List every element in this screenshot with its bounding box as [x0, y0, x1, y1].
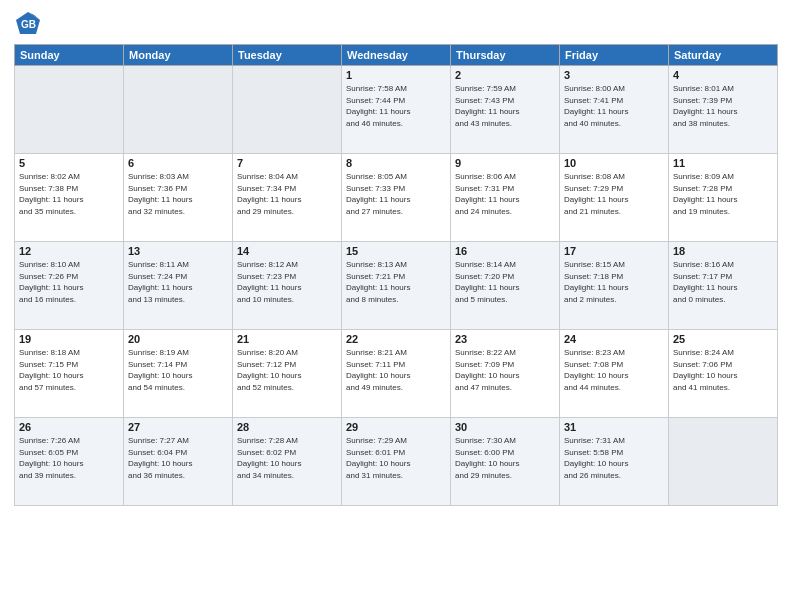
- weekday-header-monday: Monday: [124, 45, 233, 66]
- calendar-cell: 11Sunrise: 8:09 AM Sunset: 7:28 PM Dayli…: [669, 154, 778, 242]
- cell-info: Sunrise: 8:14 AM Sunset: 7:20 PM Dayligh…: [455, 259, 555, 305]
- calendar-cell: 7Sunrise: 8:04 AM Sunset: 7:34 PM Daylig…: [233, 154, 342, 242]
- day-number: 21: [237, 333, 337, 345]
- calendar-week-row: 26Sunrise: 7:26 AM Sunset: 6:05 PM Dayli…: [15, 418, 778, 506]
- day-number: 30: [455, 421, 555, 433]
- calendar-cell: [233, 66, 342, 154]
- logo: GB: [14, 10, 46, 38]
- calendar-cell: 21Sunrise: 8:20 AM Sunset: 7:12 PM Dayli…: [233, 330, 342, 418]
- cell-info: Sunrise: 8:02 AM Sunset: 7:38 PM Dayligh…: [19, 171, 119, 217]
- calendar-cell: 10Sunrise: 8:08 AM Sunset: 7:29 PM Dayli…: [560, 154, 669, 242]
- cell-info: Sunrise: 8:01 AM Sunset: 7:39 PM Dayligh…: [673, 83, 773, 129]
- cell-info: Sunrise: 7:28 AM Sunset: 6:02 PM Dayligh…: [237, 435, 337, 481]
- calendar-cell: 30Sunrise: 7:30 AM Sunset: 6:00 PM Dayli…: [451, 418, 560, 506]
- day-number: 29: [346, 421, 446, 433]
- weekday-header-sunday: Sunday: [15, 45, 124, 66]
- day-number: 2: [455, 69, 555, 81]
- calendar-cell: [669, 418, 778, 506]
- cell-info: Sunrise: 8:16 AM Sunset: 7:17 PM Dayligh…: [673, 259, 773, 305]
- cell-info: Sunrise: 7:29 AM Sunset: 6:01 PM Dayligh…: [346, 435, 446, 481]
- weekday-header-tuesday: Tuesday: [233, 45, 342, 66]
- cell-info: Sunrise: 7:59 AM Sunset: 7:43 PM Dayligh…: [455, 83, 555, 129]
- day-number: 10: [564, 157, 664, 169]
- calendar-cell: 17Sunrise: 8:15 AM Sunset: 7:18 PM Dayli…: [560, 242, 669, 330]
- svg-text:GB: GB: [21, 19, 36, 30]
- day-number: 17: [564, 245, 664, 257]
- calendar-cell: 23Sunrise: 8:22 AM Sunset: 7:09 PM Dayli…: [451, 330, 560, 418]
- cell-info: Sunrise: 8:22 AM Sunset: 7:09 PM Dayligh…: [455, 347, 555, 393]
- weekday-header-row: SundayMondayTuesdayWednesdayThursdayFrid…: [15, 45, 778, 66]
- calendar-cell: 26Sunrise: 7:26 AM Sunset: 6:05 PM Dayli…: [15, 418, 124, 506]
- day-number: 24: [564, 333, 664, 345]
- cell-info: Sunrise: 8:05 AM Sunset: 7:33 PM Dayligh…: [346, 171, 446, 217]
- cell-info: Sunrise: 8:11 AM Sunset: 7:24 PM Dayligh…: [128, 259, 228, 305]
- calendar-cell: 20Sunrise: 8:19 AM Sunset: 7:14 PM Dayli…: [124, 330, 233, 418]
- day-number: 25: [673, 333, 773, 345]
- calendar-cell: 2Sunrise: 7:59 AM Sunset: 7:43 PM Daylig…: [451, 66, 560, 154]
- day-number: 13: [128, 245, 228, 257]
- calendar-cell: 15Sunrise: 8:13 AM Sunset: 7:21 PM Dayli…: [342, 242, 451, 330]
- cell-info: Sunrise: 8:18 AM Sunset: 7:15 PM Dayligh…: [19, 347, 119, 393]
- day-number: 5: [19, 157, 119, 169]
- cell-info: Sunrise: 8:21 AM Sunset: 7:11 PM Dayligh…: [346, 347, 446, 393]
- calendar-cell: 28Sunrise: 7:28 AM Sunset: 6:02 PM Dayli…: [233, 418, 342, 506]
- calendar-cell: 1Sunrise: 7:58 AM Sunset: 7:44 PM Daylig…: [342, 66, 451, 154]
- day-number: 28: [237, 421, 337, 433]
- cell-info: Sunrise: 8:08 AM Sunset: 7:29 PM Dayligh…: [564, 171, 664, 217]
- weekday-header-thursday: Thursday: [451, 45, 560, 66]
- day-number: 1: [346, 69, 446, 81]
- calendar-cell: 27Sunrise: 7:27 AM Sunset: 6:04 PM Dayli…: [124, 418, 233, 506]
- calendar-cell: 16Sunrise: 8:14 AM Sunset: 7:20 PM Dayli…: [451, 242, 560, 330]
- cell-info: Sunrise: 8:00 AM Sunset: 7:41 PM Dayligh…: [564, 83, 664, 129]
- cell-info: Sunrise: 8:20 AM Sunset: 7:12 PM Dayligh…: [237, 347, 337, 393]
- weekday-header-friday: Friday: [560, 45, 669, 66]
- cell-info: Sunrise: 7:30 AM Sunset: 6:00 PM Dayligh…: [455, 435, 555, 481]
- day-number: 7: [237, 157, 337, 169]
- cell-info: Sunrise: 7:26 AM Sunset: 6:05 PM Dayligh…: [19, 435, 119, 481]
- cell-info: Sunrise: 7:31 AM Sunset: 5:58 PM Dayligh…: [564, 435, 664, 481]
- calendar-week-row: 5Sunrise: 8:02 AM Sunset: 7:38 PM Daylig…: [15, 154, 778, 242]
- cell-info: Sunrise: 8:09 AM Sunset: 7:28 PM Dayligh…: [673, 171, 773, 217]
- calendar-cell: [15, 66, 124, 154]
- calendar-cell: 8Sunrise: 8:05 AM Sunset: 7:33 PM Daylig…: [342, 154, 451, 242]
- day-number: 16: [455, 245, 555, 257]
- day-number: 20: [128, 333, 228, 345]
- calendar-cell: 14Sunrise: 8:12 AM Sunset: 7:23 PM Dayli…: [233, 242, 342, 330]
- cell-info: Sunrise: 7:58 AM Sunset: 7:44 PM Dayligh…: [346, 83, 446, 129]
- cell-info: Sunrise: 8:04 AM Sunset: 7:34 PM Dayligh…: [237, 171, 337, 217]
- calendar-week-row: 19Sunrise: 8:18 AM Sunset: 7:15 PM Dayli…: [15, 330, 778, 418]
- calendar-cell: 5Sunrise: 8:02 AM Sunset: 7:38 PM Daylig…: [15, 154, 124, 242]
- calendar-cell: 18Sunrise: 8:16 AM Sunset: 7:17 PM Dayli…: [669, 242, 778, 330]
- day-number: 14: [237, 245, 337, 257]
- cell-info: Sunrise: 8:23 AM Sunset: 7:08 PM Dayligh…: [564, 347, 664, 393]
- cell-info: Sunrise: 7:27 AM Sunset: 6:04 PM Dayligh…: [128, 435, 228, 481]
- day-number: 11: [673, 157, 773, 169]
- calendar-cell: 13Sunrise: 8:11 AM Sunset: 7:24 PM Dayli…: [124, 242, 233, 330]
- day-number: 19: [19, 333, 119, 345]
- calendar-week-row: 1Sunrise: 7:58 AM Sunset: 7:44 PM Daylig…: [15, 66, 778, 154]
- calendar-cell: 31Sunrise: 7:31 AM Sunset: 5:58 PM Dayli…: [560, 418, 669, 506]
- logo-icon: GB: [14, 10, 42, 38]
- day-number: 23: [455, 333, 555, 345]
- calendar-week-row: 12Sunrise: 8:10 AM Sunset: 7:26 PM Dayli…: [15, 242, 778, 330]
- day-number: 3: [564, 69, 664, 81]
- weekday-header-saturday: Saturday: [669, 45, 778, 66]
- day-number: 27: [128, 421, 228, 433]
- calendar-cell: 25Sunrise: 8:24 AM Sunset: 7:06 PM Dayli…: [669, 330, 778, 418]
- page-header: GB: [14, 10, 778, 38]
- calendar-cell: [124, 66, 233, 154]
- calendar-cell: 29Sunrise: 7:29 AM Sunset: 6:01 PM Dayli…: [342, 418, 451, 506]
- calendar-cell: 22Sunrise: 8:21 AM Sunset: 7:11 PM Dayli…: [342, 330, 451, 418]
- day-number: 8: [346, 157, 446, 169]
- day-number: 4: [673, 69, 773, 81]
- calendar-table: SundayMondayTuesdayWednesdayThursdayFrid…: [14, 44, 778, 506]
- calendar-cell: 6Sunrise: 8:03 AM Sunset: 7:36 PM Daylig…: [124, 154, 233, 242]
- cell-info: Sunrise: 8:15 AM Sunset: 7:18 PM Dayligh…: [564, 259, 664, 305]
- day-number: 9: [455, 157, 555, 169]
- day-number: 31: [564, 421, 664, 433]
- day-number: 6: [128, 157, 228, 169]
- cell-info: Sunrise: 8:06 AM Sunset: 7:31 PM Dayligh…: [455, 171, 555, 217]
- calendar-cell: 3Sunrise: 8:00 AM Sunset: 7:41 PM Daylig…: [560, 66, 669, 154]
- day-number: 15: [346, 245, 446, 257]
- calendar-cell: 24Sunrise: 8:23 AM Sunset: 7:08 PM Dayli…: [560, 330, 669, 418]
